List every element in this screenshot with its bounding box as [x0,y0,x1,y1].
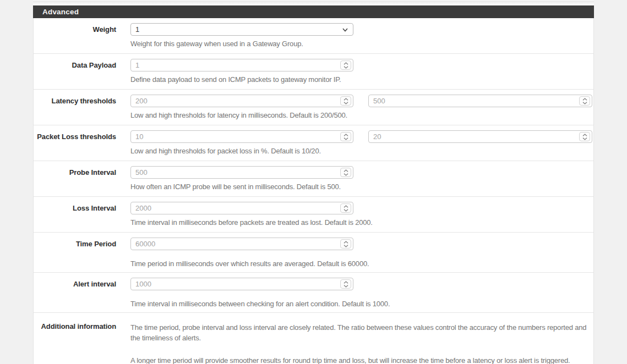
weight-select-value: 1 [135,25,139,34]
additional-information-paragraph-2: A longer time period will provide smooth… [130,355,588,364]
alert-interval-input[interactable] [130,278,353,290]
form-row-time-period: Time Period Time period in milliseconds … [34,233,593,273]
probe-interval-label: Probe Interval [34,166,116,191]
additional-information-label: Additional information [34,320,116,364]
number-spinner-icon[interactable] [340,96,351,106]
alert-interval-label: Alert interval [34,278,116,308]
latency-low-input[interactable] [130,95,353,107]
number-spinner-icon[interactable] [579,96,590,106]
packet-loss-thresholds-help-text: Low and high thresholds for packet loss … [130,147,592,155]
data-payload-help-text: Define data payload to send on ICMP pack… [130,75,590,84]
additional-information-paragraph-1: The time period, probe interval and loss… [130,322,588,343]
time-period-label: Time Period [34,238,116,268]
number-spinner-icon[interactable] [340,279,351,289]
weight-help-text: Weight for this gateway when used in a G… [130,40,590,48]
packet-loss-high-field [368,130,592,143]
form-row-probe-interval: Probe Interval How often an ICMP probe w… [34,161,593,197]
data-payload-input[interactable] [130,59,353,71]
form-row-data-payload: Data Payload Define data payload to send… [34,54,593,90]
probe-interval-help-text: How often an ICMP probe will be sent in … [130,183,590,191]
panel-heading: Advanced [33,5,594,18]
weight-label: Weight [34,23,116,48]
packet-loss-thresholds-label: Packet Loss thresholds [34,130,116,155]
panel-body: Weight 1 Weight for this gateway when us… [33,18,594,364]
chevron-down-icon [342,28,348,32]
loss-interval-field [130,202,353,214]
form-row-additional-information: Additional information The time period, … [34,313,593,364]
advanced-panel: Advanced Weight 1 Weight for this gatewa… [33,5,594,364]
number-spinner-icon[interactable] [340,132,351,141]
previous-panel-edge [33,0,594,5]
number-spinner-icon[interactable] [340,168,351,177]
alert-interval-field [130,278,353,290]
packet-loss-low-input[interactable] [130,130,353,143]
data-payload-label: Data Payload [34,59,116,84]
number-spinner-icon[interactable] [340,203,351,213]
form-row-packet-loss-thresholds: Packet Loss thresholds [34,125,593,161]
form-row-alert-interval: Alert interval Time interval in millisec… [34,273,593,313]
packet-loss-high-input[interactable] [368,130,592,143]
number-spinner-icon[interactable] [340,60,351,70]
data-payload-field [130,59,353,71]
form-row-weight: Weight 1 Weight for this gateway when us… [34,18,593,54]
number-spinner-icon[interactable] [340,239,351,249]
time-period-field [130,238,353,250]
loss-interval-input[interactable] [130,202,353,214]
weight-select[interactable]: 1 [130,23,353,36]
form-row-latency-thresholds: Latency thresholds [34,90,593,125]
latency-low-field [130,95,353,107]
latency-thresholds-label: Latency thresholds [34,95,116,119]
alert-interval-help-text: Time interval in milliseconds between ch… [130,300,590,308]
time-period-help-text: Time period in milliseconds over which r… [130,260,590,268]
loss-interval-label: Loss Interval [34,202,116,227]
probe-interval-input[interactable] [130,166,353,179]
latency-high-field [368,95,592,107]
loss-interval-help-text: Time interval in milliseconds before pac… [130,218,590,227]
panel-title: Advanced [42,8,79,16]
time-period-input[interactable] [130,238,353,250]
advanced-settings-page: Advanced Weight 1 Weight for this gatewa… [0,0,627,364]
probe-interval-field [130,166,353,179]
latency-thresholds-help-text: Low and high thresholds for latency in m… [130,111,592,119]
form-row-loss-interval: Loss Interval Time interval in milliseco… [34,197,593,233]
packet-loss-low-field [130,130,353,143]
number-spinner-icon[interactable] [579,132,590,141]
latency-high-input[interactable] [368,95,592,107]
